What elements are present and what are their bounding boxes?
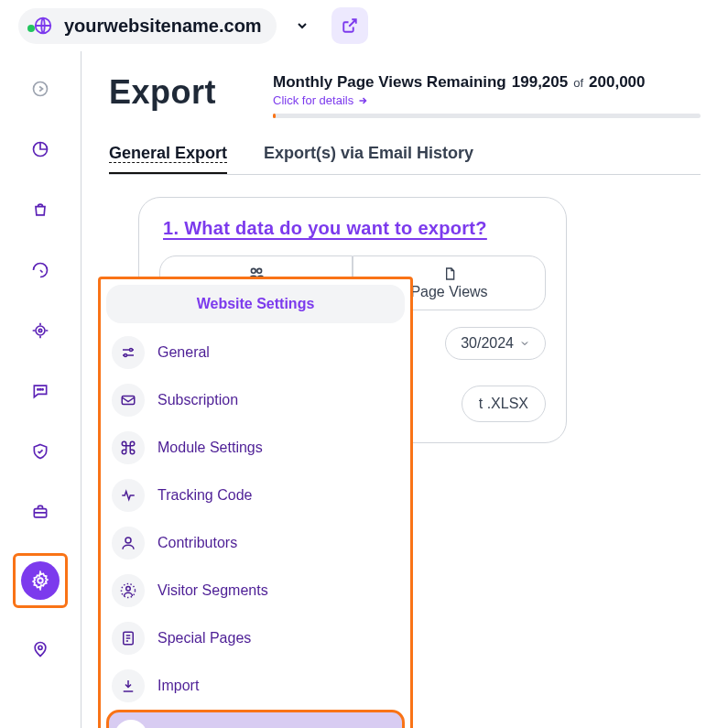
nav-bag-icon[interactable] (21, 190, 60, 229)
quota-details-text: Click for details (273, 93, 353, 107)
file-icon (442, 266, 457, 282)
settings-popup: Website Settings General Subscription Mo… (98, 277, 413, 728)
settings-item-label: Special Pages (158, 630, 251, 647)
globe-icon (33, 16, 53, 36)
svg-point-16 (125, 538, 131, 543)
svg-rect-15 (122, 397, 135, 405)
sidebar-settings-highlight (13, 553, 68, 608)
settings-item-special-pages[interactable]: Special Pages (106, 614, 405, 662)
document-icon (112, 622, 145, 655)
svg-point-3 (36, 326, 45, 335)
svg-point-9 (38, 578, 43, 583)
svg-point-7 (42, 389, 43, 390)
download-icon (112, 669, 145, 702)
user-icon (112, 527, 145, 560)
settings-item-label: General (158, 344, 210, 361)
command-icon (112, 431, 145, 464)
open-external-button[interactable] (331, 7, 368, 44)
mail-icon (112, 384, 145, 417)
tab-history-label: Export(s) via Email History (264, 144, 473, 162)
settings-item-label: Import (158, 678, 199, 694)
settings-item-label: Tracking Code (158, 487, 252, 504)
svg-point-5 (38, 389, 38, 390)
svg-point-17 (126, 587, 131, 592)
nav-location-icon[interactable] (21, 630, 60, 668)
quota-of: of (573, 76, 583, 90)
nav-briefcase-icon[interactable] (21, 493, 60, 531)
tab-general-export[interactable]: General Export (109, 144, 227, 174)
settings-item-subscription[interactable]: Subscription (106, 376, 405, 424)
arrow-right-icon (357, 95, 368, 106)
quota-details-link[interactable]: Click for details (273, 93, 368, 107)
quota-progress-bar (273, 114, 701, 118)
nav-pie-icon[interactable] (21, 130, 60, 168)
settings-item-export[interactable]: Export (106, 710, 405, 728)
settings-item-label: Visitor Segments (158, 582, 268, 599)
chevron-down-icon (519, 338, 530, 349)
nav-target-icon[interactable] (21, 311, 60, 350)
settings-item-tracking[interactable]: Tracking Code (106, 472, 405, 519)
user-segments-icon (112, 574, 145, 607)
pulse-icon (112, 479, 145, 512)
sliders-icon (112, 336, 145, 369)
quota-label: Monthly Page Views Remaining (273, 73, 506, 92)
site-selector[interactable]: yourwebsitename.com (18, 8, 277, 44)
settings-item-contributors[interactable]: Contributors (106, 519, 405, 567)
quota-block: Monthly Page Views Remaining 199,205 of … (273, 73, 701, 118)
svg-point-1 (34, 82, 48, 96)
date-value: 30/2024 (461, 335, 514, 352)
tab-email-history[interactable]: Export(s) via Email History (264, 144, 473, 174)
settings-item-label: Module Settings (158, 440, 263, 456)
nav-chat-icon[interactable] (21, 372, 60, 410)
settings-item-general[interactable]: General (106, 329, 405, 376)
nav-activity-icon[interactable] (21, 251, 60, 289)
svg-point-4 (38, 329, 41, 331)
svg-point-14 (125, 354, 127, 357)
chevron-down-icon[interactable] (288, 11, 317, 40)
export-tabs: General Export Export(s) via Email Histo… (109, 144, 701, 175)
svg-point-12 (256, 268, 261, 273)
site-name: yourwebsitename.com (64, 16, 262, 37)
upload-icon (114, 720, 147, 728)
nav-power-icon[interactable] (21, 70, 60, 108)
settings-item-label: Contributors (158, 535, 237, 551)
export-format-label: t .XLSX (479, 396, 528, 412)
nav-gear-icon[interactable] (21, 561, 60, 600)
svg-point-10 (38, 646, 42, 649)
nav-shield-icon[interactable] (21, 432, 60, 471)
tab-general-label: General Export (109, 144, 227, 163)
page-title: Export (109, 73, 216, 112)
svg-point-13 (130, 349, 133, 352)
quota-current: 199,205 (512, 73, 568, 92)
svg-point-6 (39, 389, 40, 390)
settings-popup-heading: Website Settings (106, 285, 405, 323)
settings-item-label: Subscription (158, 392, 238, 408)
svg-point-11 (251, 268, 255, 273)
export-format[interactable]: t .XLSX (462, 386, 546, 422)
settings-item-segments[interactable]: Visitor Segments (106, 567, 405, 614)
date-picker[interactable]: 30/2024 (445, 327, 546, 360)
app-header: yourwebsitename.com (0, 0, 728, 51)
settings-item-import[interactable]: Import (106, 662, 405, 710)
quota-max: 200,000 (589, 73, 645, 92)
sidebar-nav (0, 51, 81, 728)
step-title: 1. What data do you want to export? (159, 218, 546, 239)
choice-pageviews-label: Page Views (410, 284, 487, 300)
settings-item-module[interactable]: Module Settings (106, 424, 405, 472)
